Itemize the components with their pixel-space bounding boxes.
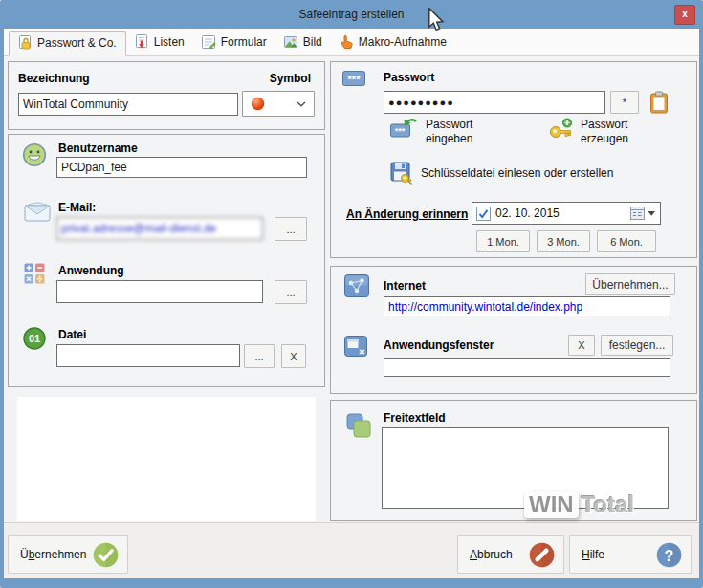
passwort-label: Passwort (384, 71, 434, 84)
cancel-circle-icon (529, 542, 555, 568)
erinnerung-link[interactable]: An Änderung erinnern (346, 207, 468, 221)
watermark: WIN Total (524, 491, 634, 518)
mouse-cursor-icon (428, 8, 445, 33)
tab-bild[interactable]: Bild (275, 30, 331, 55)
tab-label: Bild (303, 35, 322, 49)
svg-text:***: *** (348, 74, 362, 85)
passwort-mask-button[interactable]: * (610, 91, 639, 114)
bezeichnung-input[interactable] (18, 93, 238, 116)
passwort-erzeugen-label: Passwort erzeugen (581, 118, 640, 146)
svg-text:01: 01 (29, 333, 40, 344)
footer-bar: Übernehmen Abbruch Hilfe ? (4, 522, 699, 578)
chevron-down-icon (297, 101, 306, 107)
email-browse-button[interactable]: ... (275, 217, 307, 241)
datei-clear-button[interactable]: X (281, 344, 306, 368)
svg-text:?: ? (665, 547, 674, 563)
bezeichnung-label: Bezeichnung (18, 72, 90, 85)
password-lock-icon (17, 35, 33, 51)
tab-label: Formular (221, 35, 267, 49)
hilfe-button[interactable]: Hilfe ? (569, 535, 692, 574)
group-passwort: *** Passwort * *** Passwort eingeben Pas… (330, 61, 697, 258)
svg-text:***: *** (395, 126, 406, 136)
passwort-copy-button[interactable] (645, 89, 673, 116)
help-circle-icon: ? (656, 542, 682, 568)
symbol-ball-icon (251, 97, 265, 111)
erinnerung-checkbox[interactable] (476, 207, 491, 221)
benutzername-label: Benutzername (58, 142, 138, 155)
erinnerung-date-value: 02. 10. 2015 (495, 207, 626, 220)
app-window-icon (344, 336, 367, 357)
internet-url-input[interactable] (384, 296, 670, 316)
clipboard-icon (649, 91, 669, 114)
email-input[interactable] (56, 217, 263, 240)
close-button[interactable]: x (674, 5, 695, 25)
dialog-window: Safeeintrag erstellen x Passwort & Co. L… (0, 0, 703, 588)
tab-listen[interactable]: Listen (126, 30, 193, 55)
schluesseldatei-label: Schlüsseldatei einlesen oder erstellen (421, 166, 613, 181)
datei-label: Datei (58, 328, 86, 341)
passwort-eingeben-button[interactable]: *** Passwort eingeben (390, 118, 485, 146)
internet-uebernehmen-button[interactable]: Übernehmen... (585, 273, 675, 295)
internet-label: Internet (384, 279, 426, 293)
group-freitextfeld: Freitextfeld (330, 400, 697, 521)
password-enter-icon: *** (390, 118, 419, 141)
anwendung-browse-button[interactable]: ... (275, 280, 307, 304)
anwendung-label: Anwendung (58, 264, 124, 277)
datei-browse-button[interactable]: ... (244, 344, 275, 368)
watermark-win: WIN (524, 491, 579, 518)
watermark-total: Total (582, 491, 635, 518)
calendar-icon[interactable] (630, 206, 656, 221)
passwort-eingeben-label: Passwort eingeben (426, 118, 485, 146)
calculator-icon (24, 263, 45, 284)
email-label: E-Mail: (58, 201, 96, 214)
check-circle-icon (93, 542, 119, 568)
schluesseldatei-button[interactable]: Schlüsseldatei einlesen oder erstellen (390, 162, 613, 185)
group-bezeichnung: Bezeichnung Symbol (8, 61, 325, 130)
group-zugangsdaten: Benutzername E-Mail: ... Anwendung ... 0… (8, 134, 325, 387)
titlebar[interactable]: Safeeintrag erstellen x (0, 0, 703, 29)
anwendungsfenster-clear-button[interactable]: X (568, 335, 595, 356)
benutzername-input[interactable] (56, 157, 307, 178)
uebernehmen-button[interactable]: Übernehmen (8, 535, 128, 574)
passwort-input[interactable] (384, 91, 605, 114)
image-icon (283, 34, 298, 50)
password-field-icon: *** (342, 71, 365, 86)
preview-panel (17, 397, 316, 521)
symbol-label: Symbol (270, 72, 311, 85)
tab-bar: Passwort & Co. Listen Formular Bild Makr… (4, 29, 699, 56)
password-generate-icon (549, 118, 574, 141)
internet-icon (344, 274, 369, 297)
keyfile-icon (390, 162, 414, 185)
checkmark-icon (478, 208, 489, 219)
anwendungsfenster-label: Anwendungsfenster (384, 338, 494, 352)
file-01-icon: 01 (22, 326, 47, 351)
datei-input[interactable] (56, 344, 240, 367)
anwendung-input[interactable] (56, 280, 263, 303)
freetext-icon (345, 412, 372, 439)
envelope-icon (24, 202, 51, 222)
macro-hand-icon (339, 34, 354, 50)
erinnerung-datefield[interactable]: 02. 10. 2015 (472, 202, 661, 225)
monat-6-button[interactable]: 6 Mon. (597, 230, 656, 252)
dialog-client-area: Passwort & Co. Listen Formular Bild Makr… (4, 29, 699, 578)
form-icon (201, 34, 216, 50)
tab-formular[interactable]: Formular (193, 30, 275, 55)
tab-passwort-co[interactable]: Passwort & Co. (9, 31, 126, 56)
monat-3-button[interactable]: 3 Mon. (537, 230, 590, 252)
calendar-caret-icon (648, 211, 656, 216)
tab-label: Listen (154, 35, 185, 49)
smiley-icon (22, 142, 47, 167)
anwendungsfenster-festlegen-button[interactable]: festlegen... (601, 335, 673, 356)
symbol-dropdown[interactable] (242, 91, 315, 117)
monat-1-button[interactable]: 1 Mon. (476, 230, 530, 252)
tab-makro-aufnahme[interactable]: Makro-Aufnahme (331, 30, 455, 55)
tab-label: Makro-Aufnahme (359, 35, 447, 49)
list-icon (134, 34, 149, 50)
window-title: Safeeintrag erstellen (0, 0, 703, 29)
freitextfeld-label: Freitextfeld (384, 411, 446, 425)
tab-label: Passwort & Co. (37, 36, 117, 50)
anwendungsfenster-input[interactable] (384, 358, 670, 377)
passwort-erzeugen-button[interactable]: Passwort erzeugen (549, 118, 640, 146)
group-internet: Internet Übernehmen... Anwendungsfenster… (330, 266, 697, 394)
abbruch-button[interactable]: Abbruch (457, 535, 564, 574)
